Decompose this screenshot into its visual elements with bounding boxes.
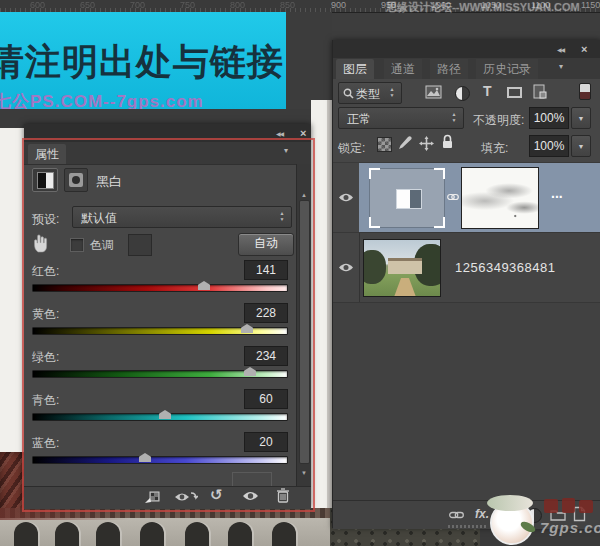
filter-smart-objects-icon[interactable] [533, 84, 547, 100]
search-icon [343, 88, 354, 99]
properties-footer [24, 486, 311, 509]
reset-adjustment-icon[interactable]: ↺ [210, 486, 223, 504]
tab-channels[interactable]: 通道 [384, 59, 422, 79]
tint-checkbox[interactable] [70, 238, 84, 252]
ruler-mark: 700 [130, 0, 145, 11]
blue-value-field[interactable]: 20 [244, 432, 288, 452]
blue-slider-thumb[interactable] [139, 453, 151, 462]
black-white-adjustment-icon[interactable] [32, 168, 58, 192]
panel-resize-grip[interactable] [448, 525, 486, 528]
blue-slider-label: 蓝色: [32, 435, 59, 452]
scroll-up-icon[interactable]: ▲ [301, 192, 307, 198]
photo-arch [55, 522, 79, 546]
blend-mode-dropdown[interactable]: 正常 ▲▼ [338, 107, 464, 129]
collapse-panel-button[interactable]: ◀◀ [557, 46, 564, 53]
tab-layers[interactable]: 图层 [336, 59, 374, 79]
panel-menu-icon[interactable] [567, 65, 581, 74]
tint-color-swatch[interactable] [128, 234, 152, 256]
updown-arrows-icon: ▲▼ [450, 111, 458, 123]
view-previous-state-icon[interactable] [174, 490, 198, 504]
visibility-cell[interactable] [333, 233, 360, 303]
ruler-mark: 600 [30, 0, 45, 11]
properties-panel: ◀◀ × 属性 黑白 预设: 默认值 ▲▼ 色调 自动 红色: 141 [24, 124, 311, 508]
layer-row-adjustment[interactable]: ... [333, 162, 600, 233]
filter-type-layers-icon[interactable]: T [483, 83, 492, 99]
pasteboard-area [286, 12, 332, 100]
watermark-logo-text: 7gps.com [540, 519, 600, 536]
forum-watermark-text: 思缘设计论坛--WWW.MISSYUAN.COM [386, 0, 600, 14]
fill-label: 填充: [481, 140, 508, 157]
mask-properties-icon[interactable] [64, 168, 88, 192]
close-panel-button[interactable]: × [581, 43, 587, 55]
layer-row-photo[interactable]: 1256349368481 [333, 232, 600, 303]
fill-value-field[interactable]: 100% [529, 135, 569, 157]
adjustment-layer-thumbnail[interactable] [369, 168, 445, 228]
green-value-field[interactable]: 234 [244, 346, 288, 366]
yellow-slider-label: 黄色: [32, 306, 59, 323]
lock-image-pixels-brush-icon[interactable] [397, 135, 412, 151]
properties-scrollbar-thumb[interactable] [299, 200, 310, 464]
tab-paths[interactable]: 路径 [430, 59, 468, 79]
cyan-value-field[interactable]: 60 [244, 389, 288, 409]
visibility-cell[interactable] [333, 163, 360, 233]
scroll-down-icon[interactable]: ▼ [301, 470, 307, 476]
photo-arch [14, 522, 38, 546]
layers-panel-header: ◀◀ × [333, 40, 600, 59]
tab-properties[interactable]: 属性 [28, 144, 66, 164]
scrubby-hand-icon[interactable] [32, 232, 52, 254]
layer-effects-icon[interactable]: fx. [475, 507, 489, 521]
red-slider-thumb[interactable] [198, 281, 210, 290]
fill-dropdown-button[interactable]: ▼ [571, 135, 591, 157]
collapse-panel-button[interactable]: ◀◀ [276, 130, 283, 137]
cyan-slider-label: 青色: [32, 392, 59, 409]
green-slider-thumb[interactable] [244, 367, 256, 376]
tab-history[interactable]: 历史记录 [476, 59, 538, 79]
thumb-house [388, 258, 422, 274]
adjustment-name-label: 黑白 [96, 173, 122, 191]
layers-empty-area [333, 302, 600, 501]
clip-to-layer-icon[interactable] [144, 490, 160, 504]
filter-shape-layers-icon[interactable] [507, 87, 522, 98]
lock-transparent-pixels-icon[interactable] [377, 137, 392, 152]
auto-button[interactable]: 自动 [238, 233, 294, 256]
photo-layer-thumbnail[interactable] [363, 239, 441, 297]
preset-dropdown[interactable]: 默认值 ▲▼ [72, 206, 292, 228]
layer-name[interactable]: ... [551, 185, 563, 201]
photo-arch [272, 522, 296, 546]
yellow-value-field[interactable]: 228 [244, 303, 288, 323]
green-slider-label: 绿色: [32, 349, 59, 366]
watermark-red-seal [562, 498, 575, 513]
properties-scrollbar[interactable]: ▲ ▼ [296, 164, 311, 486]
canvas-banner-image: 请注明出处与链接 七公PS.COM--7gps.com [0, 12, 286, 109]
tint-label: 色调 [90, 237, 114, 254]
lock-all-icon[interactable] [441, 134, 454, 150]
opacity-label: 不透明度: [473, 112, 524, 129]
red-slider-track[interactable] [32, 284, 288, 292]
panel-menu-icon[interactable] [292, 149, 306, 158]
watermark-red-seal [544, 499, 558, 513]
layer-filter-kind-dropdown[interactable]: 类型 ▲▼ [338, 82, 402, 104]
link-layers-icon[interactable] [449, 510, 464, 520]
filter-pixel-layers-icon[interactable] [425, 85, 442, 99]
lock-position-move-icon[interactable] [419, 136, 434, 151]
ruler-mark: 800 [230, 0, 245, 11]
layer-mask-thumbnail[interactable] [461, 167, 539, 229]
close-panel-button[interactable]: × [300, 127, 306, 139]
layers-panel: ◀◀ × 图层 通道 路径 历史记录 类型 ▲▼ T [332, 40, 600, 528]
blue-slider-track[interactable] [32, 456, 288, 464]
cyan-slider-thumb[interactable] [159, 410, 171, 419]
opacity-value-field[interactable]: 100% [529, 107, 569, 129]
red-value-field[interactable]: 141 [244, 260, 288, 280]
layer-filter-toggle[interactable] [579, 83, 591, 100]
delete-adjustment-trash-icon[interactable] [276, 488, 290, 503]
filter-adjustment-layers-icon[interactable] [455, 86, 470, 101]
watermark-red-seal [579, 500, 593, 513]
mask-link-icon[interactable] [447, 191, 459, 203]
toggle-visibility-eye-icon[interactable] [242, 490, 259, 502]
ruler-mark: 750 [180, 0, 195, 11]
opacity-dropdown-button[interactable]: ▼ [571, 107, 591, 129]
layer-name[interactable]: 1256349368481 [455, 260, 556, 275]
properties-panel-header: ◀◀ × [24, 124, 311, 143]
photo-rooftint [0, 508, 130, 520]
yellow-slider-thumb[interactable] [241, 324, 253, 333]
